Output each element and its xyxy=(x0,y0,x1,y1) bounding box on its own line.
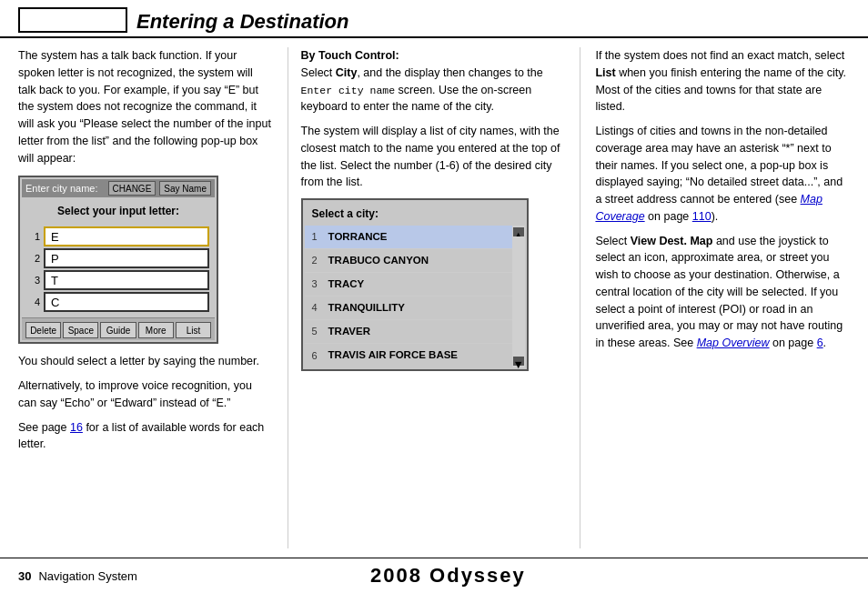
city-name-5: TRAVER xyxy=(325,324,512,339)
middle-column: By Touch Control: Select City, and the d… xyxy=(288,47,581,548)
city-num-4: 4 xyxy=(305,300,325,316)
city-num-1: 1 xyxy=(305,229,325,245)
popup-guide-btn[interactable]: Guide xyxy=(100,322,136,338)
city-name-3: TRACY xyxy=(325,276,512,292)
page-footer: 30 Navigation System 2008 Odyssey xyxy=(0,558,868,593)
city-num-5: 5 xyxy=(305,324,325,339)
map-overview-link[interactable]: Map Overview xyxy=(697,337,770,349)
city-item-5[interactable]: 5 TRAVER xyxy=(305,320,512,344)
city-list-container: 1 TORRANCE 2 TRABUCO CANYON 3 TRACY 4 xyxy=(305,226,525,367)
page-container: Entering a Destination The system has a … xyxy=(0,0,868,593)
page-110-link[interactable]: 110 xyxy=(692,210,712,223)
popup-action-buttons: Delete Space Guide More List xyxy=(22,317,215,340)
popup-item-3[interactable]: 3 T xyxy=(27,270,209,290)
mid-enter-city-screen: Enter city name xyxy=(301,85,396,96)
popup-num-3: 3 xyxy=(27,273,44,288)
city-num-3: 3 xyxy=(305,276,325,292)
popup-num-4: 4 xyxy=(27,295,44,310)
page-title: Entering a Destination xyxy=(136,11,348,33)
view-dest-map-bold: View Dest. Map xyxy=(631,235,713,247)
right-para3: Select View Dest. Map and use the joysti… xyxy=(595,233,850,352)
right-para2: Listings of cities and towns in the non-… xyxy=(595,123,850,226)
footer-book-title: 2008 Odyssey xyxy=(370,564,526,588)
city-item-6[interactable]: 6 TRAVIS AIR FORCE BASE xyxy=(305,344,512,367)
city-name-1: TORRANCE xyxy=(325,229,512,245)
city-list: 1 TORRANCE 2 TRABUCO CANYON 3 TRACY 4 xyxy=(305,226,512,367)
mid-by-touch-label: By Touch Control: xyxy=(301,49,399,62)
city-name-4: TRANQUILLITY xyxy=(325,300,512,316)
page-header: Entering a Destination xyxy=(0,0,868,38)
popup-delete-btn[interactable]: Delete xyxy=(25,322,61,338)
city-scrollbar[interactable]: ▲ ▼ xyxy=(512,226,525,367)
letter-input-popup: Enter city name: CHANGE Say Name Select … xyxy=(18,176,218,344)
popup-list-btn[interactable]: List xyxy=(176,322,211,338)
popup-change-btn[interactable]: CHANGE xyxy=(108,181,156,196)
left-para4-prefix: See page xyxy=(18,421,70,434)
scroll-up-arrow[interactable]: ▲ xyxy=(513,227,524,236)
mid-by-touch: By Touch Control: Select City, and the d… xyxy=(301,47,568,116)
main-content: The system has a talk back function. If … xyxy=(0,38,868,558)
header-box xyxy=(18,7,127,33)
left-para3: Alternatively, to improve voice recognit… xyxy=(18,377,273,412)
mid-para2: The system will display a list of city n… xyxy=(301,123,568,191)
popup-letter-P[interactable]: P xyxy=(44,248,209,268)
scroll-down-arrow[interactable]: ▼ xyxy=(513,357,524,366)
city-item-2[interactable]: 2 TRABUCO CANYON xyxy=(305,249,512,273)
page-16-link[interactable]: 16 xyxy=(70,421,83,434)
popup-item-2[interactable]: 2 P xyxy=(27,248,209,268)
popup-letter-T[interactable]: T xyxy=(44,270,209,290)
popup-title: Select your input letter: xyxy=(22,199,215,223)
popup-top-bar: Enter city name: CHANGE Say Name xyxy=(22,179,215,197)
popup-letter-list: 1 E 2 P 3 T 4 C xyxy=(22,223,215,317)
footer-left: 30 Navigation System xyxy=(18,569,137,583)
popup-space-btn[interactable]: Space xyxy=(63,322,98,338)
city-item-4[interactable]: 4 TRANQUILLITY xyxy=(305,296,512,320)
popup-more-btn[interactable]: More xyxy=(138,322,174,338)
mid-para1: Select City, and the display then change… xyxy=(301,66,543,114)
scroll-track xyxy=(512,236,525,357)
left-column: The system has a talk back function. If … xyxy=(18,47,273,548)
mid-city-bold: City xyxy=(336,66,358,79)
popup-enter-city-label: Enter city name: xyxy=(25,181,105,196)
city-num-2: 2 xyxy=(305,253,325,268)
left-para1: The system has a talk back function. If … xyxy=(18,47,273,166)
city-name-2: TRABUCO CANYON xyxy=(325,253,512,268)
city-item-3[interactable]: 3 TRACY xyxy=(305,273,512,296)
city-select-popup: Select a city: 1 TORRANCE 2 TRABUCO CANY… xyxy=(301,198,529,371)
popup-letter-C[interactable]: C xyxy=(44,292,209,312)
left-para4: See page 16 for a list of available word… xyxy=(18,419,273,454)
popup-num-2: 2 xyxy=(27,251,44,266)
popup-num-1: 1 xyxy=(27,229,44,245)
left-para2: You should select a letter by saying the… xyxy=(18,353,273,370)
city-num-6: 6 xyxy=(305,348,325,364)
footer-nav-system: Navigation System xyxy=(38,569,136,583)
right-column: If the system does not find an exact mat… xyxy=(595,47,850,548)
page-6-link[interactable]: 6 xyxy=(817,337,823,349)
footer-page-number: 30 xyxy=(18,569,31,583)
popup-item-1[interactable]: 1 E xyxy=(27,226,209,246)
popup-letter-E[interactable]: E xyxy=(44,226,209,246)
city-name-6: TRAVIS AIR FORCE BASE xyxy=(325,347,512,363)
list-bold: List xyxy=(595,66,615,79)
city-select-title: Select a city: xyxy=(305,202,525,226)
popup-item-4[interactable]: 4 C xyxy=(27,292,209,312)
right-para1: If the system does not find an exact mat… xyxy=(595,47,850,116)
popup-say-name-btn[interactable]: Say Name xyxy=(159,181,211,196)
city-item-1[interactable]: 1 TORRANCE xyxy=(305,226,512,249)
